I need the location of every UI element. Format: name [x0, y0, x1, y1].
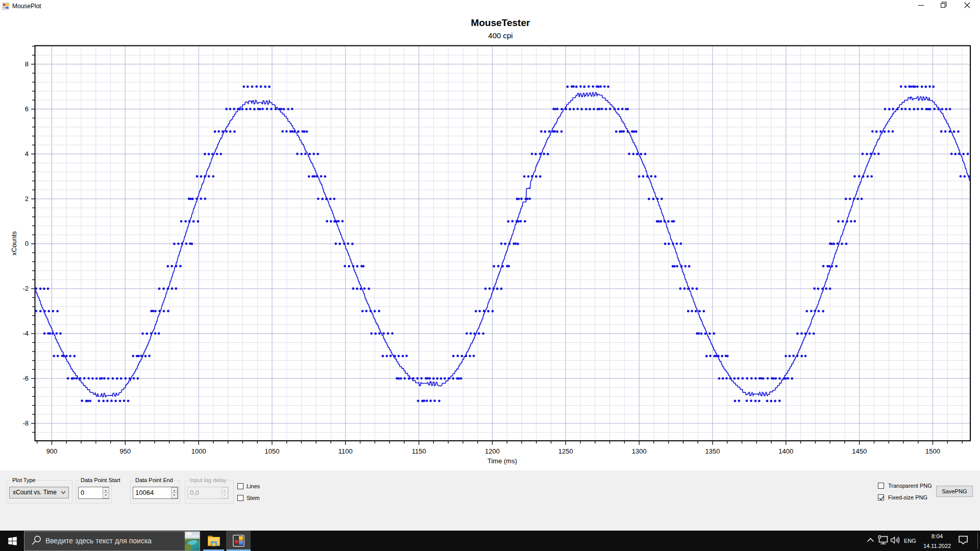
svg-text:0: 0	[25, 240, 29, 247]
svg-text:4: 4	[25, 150, 29, 158]
svg-text:1450: 1450	[852, 447, 867, 455]
svg-text:8: 8	[25, 60, 29, 68]
svg-text:2: 2	[25, 195, 29, 203]
svg-text:-6: -6	[22, 374, 29, 382]
svg-text:1400: 1400	[778, 447, 793, 455]
svg-text:1100: 1100	[338, 447, 353, 455]
svg-text:6: 6	[25, 105, 29, 113]
svg-text:1350: 1350	[705, 447, 720, 455]
svg-text:Time (ms): Time (ms)	[487, 457, 517, 465]
svg-text:1150: 1150	[412, 447, 426, 455]
svg-text:1250: 1250	[558, 447, 573, 455]
svg-text:1050: 1050	[265, 447, 280, 455]
svg-text:900: 900	[46, 447, 58, 455]
svg-text:-2: -2	[22, 285, 29, 292]
svg-text:-4: -4	[22, 330, 29, 337]
svg-text:1200: 1200	[485, 447, 500, 455]
svg-text:1000: 1000	[191, 447, 206, 455]
svg-text:-8: -8	[22, 419, 29, 427]
svg-text:1500: 1500	[925, 447, 940, 455]
svg-text:xCounts: xCounts	[10, 231, 18, 256]
svg-text:950: 950	[119, 447, 131, 455]
svg-text:1300: 1300	[632, 447, 647, 455]
